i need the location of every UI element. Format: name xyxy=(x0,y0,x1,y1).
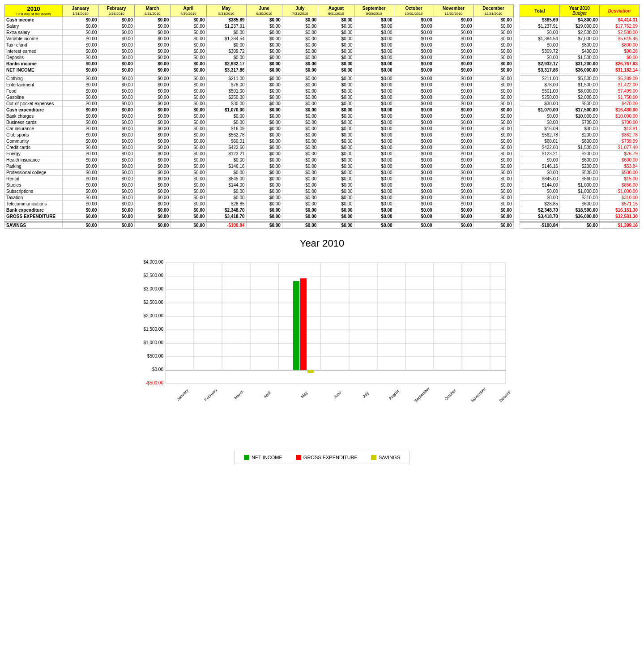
month-cell: $0.00 xyxy=(354,94,394,101)
total-cell: $0.00 xyxy=(520,42,559,48)
total-cell: $2,932.17 xyxy=(520,61,559,67)
month-cell: $0.00 xyxy=(134,201,170,207)
row-label: GROSS EXPENDITURE xyxy=(5,213,63,220)
legend-gross-exp: GROSS EXPENDITURE xyxy=(296,455,358,460)
month-cell: $78.00 xyxy=(206,82,246,88)
month-cell: $0.00 xyxy=(246,88,282,94)
month-cell: $0.00 xyxy=(98,213,134,220)
month-cell: $0.00 xyxy=(473,182,513,188)
month-cell: $0.00 xyxy=(134,126,170,132)
month-cell: $0.00 xyxy=(394,107,434,113)
row-label: Taxation xyxy=(5,195,63,201)
month-cell: $0.00 xyxy=(354,88,394,94)
deviation-cell: $53.84 xyxy=(599,163,639,170)
svg-text:$3,500.00: $3,500.00 xyxy=(143,273,163,278)
month-cell: $0.00 xyxy=(282,101,318,107)
svg-text:December: December xyxy=(498,386,510,402)
deviation-cell: $16,430.00 xyxy=(599,107,639,113)
month-cell: $0.00 xyxy=(63,88,98,94)
month-cell: $0.00 xyxy=(434,23,473,30)
month-cell: $0.00 xyxy=(318,151,354,157)
month-cell: $0.00 xyxy=(473,17,513,23)
month-cell: $0.00 xyxy=(318,101,354,107)
month-cell: $0.00 xyxy=(354,132,394,138)
month-cell: $2,932.17 xyxy=(206,61,246,67)
month-cell: $0.00 xyxy=(98,170,134,176)
month-cell: $0.00 xyxy=(434,126,473,132)
month-cell: $0.00 xyxy=(63,55,98,61)
month-cell: $0.00 xyxy=(473,82,513,88)
main-table: 2010 Last day of the month January1/31/2… xyxy=(4,4,640,229)
budget-cell: $310.00 xyxy=(559,195,599,201)
month-cell: $0.00 xyxy=(318,176,354,182)
month-cell: $0.00 xyxy=(394,213,434,220)
month-cell: $0.00 xyxy=(63,188,98,195)
row-label: Energy xyxy=(5,151,63,157)
month-cell: $0.00 xyxy=(282,176,318,182)
month-cell: $0.00 xyxy=(98,119,134,126)
month-cell: $0.00 xyxy=(63,182,98,188)
month-cell: $0.00 xyxy=(134,88,170,94)
month-cell: $0.00 xyxy=(473,163,513,170)
svg-text:May: May xyxy=(300,390,308,399)
deviation-cell: $310.00 xyxy=(599,195,639,201)
month-cell: $422.60 xyxy=(206,145,246,151)
month-cell: $0.00 xyxy=(394,132,434,138)
month-cell: $0.00 xyxy=(63,82,98,88)
month-cell: $0.00 xyxy=(246,126,282,132)
month-cell: $0.00 xyxy=(171,55,206,61)
month-cell: $501.00 xyxy=(206,88,246,94)
month-cell: $0.00 xyxy=(318,138,354,145)
month-cell: $0.00 xyxy=(63,23,98,30)
month-cell: $0.00 xyxy=(394,48,434,55)
month-cell: $0.00 xyxy=(318,55,354,61)
svg-text:April: April xyxy=(263,390,272,399)
subtitle-label: Last day of the month xyxy=(6,12,61,16)
month-cell: $0.00 xyxy=(134,61,170,67)
total-cell: $562.78 xyxy=(520,132,559,138)
month-cell: $0.00 xyxy=(434,82,473,88)
budget-cell: $30.00 xyxy=(559,126,599,132)
month-cell: $0.00 xyxy=(134,157,170,163)
month-cell: $0.00 xyxy=(171,107,206,113)
row-label: Car insurance xyxy=(5,126,63,132)
row-label: Deposits xyxy=(5,55,63,61)
month-cell: $0.00 xyxy=(318,61,354,67)
month-cell: $0.00 xyxy=(394,61,434,67)
deviation-cell: $17,762.09 xyxy=(599,23,639,30)
svg-text:$2,000.00: $2,000.00 xyxy=(143,313,163,318)
month-cell: $0.00 xyxy=(63,222,98,229)
month-cell: $0.00 xyxy=(134,113,170,119)
month-cell: $0.00 xyxy=(98,42,134,48)
month-cell: $0.00 xyxy=(171,195,206,201)
deviation-cell: $31,182.14 xyxy=(599,67,639,73)
month-cell: $0.00 xyxy=(98,94,134,101)
total-cell: $501.00 xyxy=(520,88,559,94)
legend-savings-box xyxy=(371,455,376,460)
savings-bar-may xyxy=(307,370,314,373)
month-cell: $0.00 xyxy=(171,61,206,67)
month-cell: $0.00 xyxy=(394,176,434,182)
row-label: Entertainment xyxy=(5,82,63,88)
month-cell: $0.00 xyxy=(246,94,282,101)
month-cell: $0.00 xyxy=(318,132,354,138)
month-cell: $0.00 xyxy=(318,88,354,94)
month-cell: $0.00 xyxy=(98,176,134,182)
month-cell: $0.00 xyxy=(434,138,473,145)
month-cell: $0.00 xyxy=(171,36,206,42)
month-cell: $309.72 xyxy=(206,48,246,55)
month-cell: $0.00 xyxy=(394,94,434,101)
deviation-cell: $5,615.46 xyxy=(599,36,639,42)
month-cell: $0.00 xyxy=(206,188,246,195)
month-cell: $0.00 xyxy=(63,207,98,213)
month-cell: $211.00 xyxy=(206,76,246,82)
row-label: Variable income xyxy=(5,36,63,42)
month-cell: $0.00 xyxy=(318,182,354,188)
budget-cell: $600.00 xyxy=(559,201,599,207)
month-cell: $0.00 xyxy=(434,207,473,213)
month-cell: $1,237.91 xyxy=(206,23,246,30)
budget-cell: $31,200.00 xyxy=(559,61,599,67)
month-cell: $0.00 xyxy=(473,94,513,101)
month-cell: $0.00 xyxy=(98,101,134,107)
deviation-cell: $2,500.00 xyxy=(599,30,639,36)
